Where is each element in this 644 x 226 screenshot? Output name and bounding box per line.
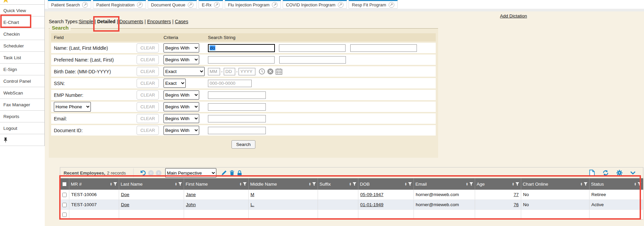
column-header-chart-online[interactable]: Chart Online▲▼	[521, 178, 589, 190]
filter-icon[interactable]	[243, 182, 247, 186]
row-checkbox[interactable]	[62, 203, 67, 207]
column-header-middle-name[interactable]: Middle Name▲▼	[248, 178, 318, 190]
select-all-checkbox[interactable]	[62, 182, 67, 186]
search-type-simple[interactable]: Simple	[79, 19, 93, 24]
sidebar-item-reports[interactable]: Reports	[0, 111, 44, 122]
birth-day-input[interactable]	[224, 68, 235, 75]
sidebar-pin-toggle[interactable]	[0, 134, 44, 146]
settings-icon[interactable]	[616, 170, 622, 176]
popout-icon[interactable]	[214, 2, 220, 8]
sort-icon[interactable]: ▲▼	[580, 182, 583, 186]
email-criteria-select[interactable]: Begins With	[164, 114, 199, 123]
name-last-input[interactable]: do	[208, 44, 275, 52]
sidebar-item-scheduler[interactable]: Scheduler	[0, 40, 44, 52]
cell-last-name-link[interactable]: Doe	[121, 192, 130, 197]
filter-icon[interactable]	[113, 182, 117, 186]
add-dictation-link[interactable]: Add Dictation	[500, 13, 527, 18]
clear-emp-button[interactable]: CLEAR	[137, 90, 159, 100]
ssn-input[interactable]	[208, 80, 252, 87]
sidebar-item-e-sign[interactable]: E-Sign	[0, 64, 44, 75]
sidebar-item-fax-manager[interactable]: Fax Manager	[0, 99, 44, 111]
sort-icon[interactable]: ▲▼	[309, 182, 311, 186]
filter-icon[interactable]	[178, 182, 182, 186]
document-id-criteria-select[interactable]: Begins With	[164, 126, 199, 135]
row-checkbox[interactable]	[62, 193, 67, 197]
row-checkbox[interactable]	[62, 213, 67, 217]
calendar-icon[interactable]	[276, 68, 282, 75]
filter-icon[interactable]	[408, 182, 412, 186]
cell-dob-link[interactable]: 01-01-1949	[360, 202, 384, 207]
column-header-status[interactable]: Status▲▼	[589, 178, 643, 190]
tab-covid-injection-program[interactable]: COVID Injection Program	[283, 0, 347, 9]
previous-icon[interactable]: ‹	[148, 170, 154, 176]
preferred-first-input[interactable]	[279, 56, 346, 64]
sort-icon[interactable]: ▲▼	[405, 182, 407, 186]
column-header-dob[interactable]: DOB▲▼	[358, 178, 414, 190]
cell-middle-name-link[interactable]: M	[251, 192, 254, 197]
cell-first-name-link[interactable]: John	[186, 202, 196, 207]
email-input[interactable]	[208, 115, 266, 122]
column-header-age[interactable]: Age▲▼	[475, 178, 521, 190]
edit-icon[interactable]	[221, 170, 227, 176]
tab-patient-registration[interactable]: Patient Registration	[93, 0, 146, 9]
clock-icon[interactable]	[259, 68, 265, 75]
filter-icon[interactable]	[584, 182, 587, 186]
sort-icon[interactable]: ▲▼	[240, 182, 242, 186]
cell-dob-link[interactable]: 05-09-1947	[360, 192, 384, 197]
column-header-last-name[interactable]: Last Name▲▼	[119, 178, 184, 190]
perspective-select[interactable]: Main Perspective	[165, 168, 216, 178]
popout-icon[interactable]	[82, 2, 88, 8]
column-header-first-name[interactable]: First Name▲▼	[184, 178, 248, 190]
popout-icon[interactable]	[338, 2, 344, 8]
tab-flu-injection-program[interactable]: Flu Injection Program	[225, 0, 281, 9]
sidebar-item-checkin[interactable]: Checkin	[0, 28, 44, 40]
phone-criteria-select[interactable]: Begins With	[164, 102, 199, 111]
ssn-criteria-select[interactable]: Exact	[164, 79, 186, 88]
name-first-input[interactable]	[279, 44, 346, 52]
undo-icon[interactable]	[140, 170, 146, 176]
sort-icon[interactable]: ▲▼	[466, 182, 468, 186]
clear-phone-button[interactable]: CLEAR	[137, 102, 159, 111]
search-type-detailed[interactable]: Detailed	[97, 19, 115, 24]
clear-ssn-button[interactable]: CLEAR	[137, 79, 159, 88]
clear-name-button[interactable]: CLEAR	[137, 43, 159, 52]
filter-icon[interactable]	[312, 182, 316, 186]
search-button[interactable]: Search	[231, 140, 255, 149]
new-document-icon[interactable]	[589, 170, 595, 176]
clear-date-icon[interactable]	[267, 68, 274, 75]
birth-date-criteria-select[interactable]: Exact	[164, 67, 205, 76]
cell-age-link[interactable]: 76	[513, 202, 518, 207]
tab-document-queue[interactable]: Document Queue	[148, 0, 197, 9]
popout-icon[interactable]	[137, 2, 143, 8]
birth-year-input[interactable]	[239, 68, 255, 75]
popout-icon[interactable]	[389, 2, 394, 8]
phone-type-select[interactable]: Home Phone	[54, 102, 91, 112]
column-header-suffix[interactable]: Suffix▲▼	[318, 178, 358, 190]
cell-middle-name-link[interactable]: L.	[251, 202, 254, 207]
search-type-documents[interactable]: Documents	[119, 19, 143, 24]
filter-icon[interactable]	[469, 182, 473, 186]
preferred-last-input[interactable]	[208, 56, 275, 64]
sort-icon[interactable]: ▲▼	[349, 182, 352, 186]
sort-icon[interactable]: ▲▼	[512, 182, 514, 186]
cell-last-name-link[interactable]: Doe	[121, 202, 130, 207]
phone-input[interactable]	[208, 103, 266, 111]
cell-first-name-link[interactable]: Jane	[186, 192, 196, 197]
name-middle-input[interactable]	[350, 44, 417, 52]
sidebar-item-webscan[interactable]: WebScan	[0, 87, 44, 99]
emp-criteria-select[interactable]: Begins With	[164, 90, 199, 100]
birth-month-input[interactable]	[208, 68, 220, 75]
lock-icon[interactable]	[237, 170, 242, 176]
document-id-input[interactable]	[208, 127, 266, 134]
sidebar-item-quick-view[interactable]: Quick View	[0, 5, 44, 16]
sort-icon[interactable]: ▲▼	[175, 182, 177, 186]
popout-icon[interactable]	[188, 2, 193, 8]
filter-icon[interactable]	[353, 182, 356, 186]
name-criteria-select[interactable]: Begins With	[164, 43, 199, 52]
tab-resp-fit-program[interactable]: Resp Fit Program	[349, 0, 398, 9]
column-header-email[interactable]: Email▲▼	[414, 178, 475, 190]
delete-icon[interactable]	[229, 170, 235, 176]
popout-icon[interactable]	[272, 2, 278, 8]
sidebar-item-logout[interactable]: Logout	[0, 122, 44, 134]
preferred-criteria-select[interactable]: Begins With	[164, 55, 199, 64]
